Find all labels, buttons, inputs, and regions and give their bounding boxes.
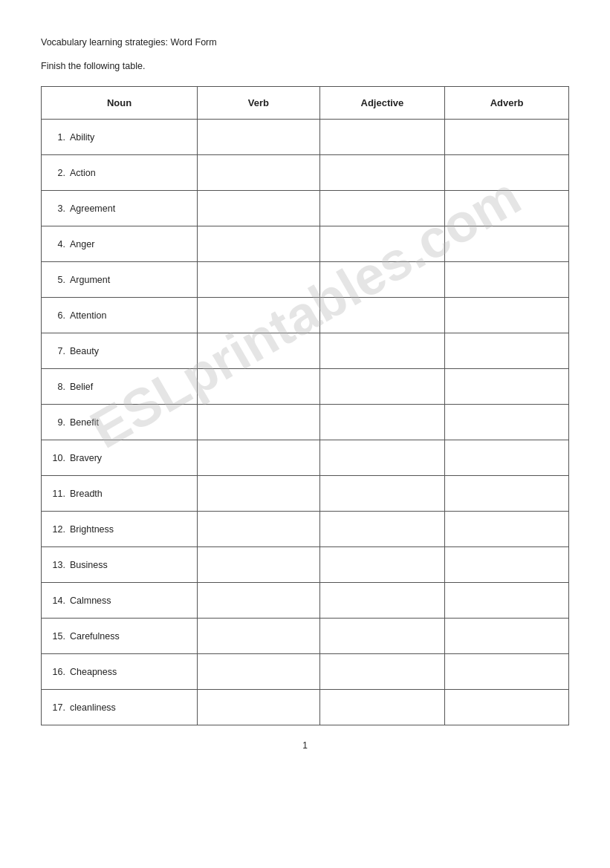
cell-adverb: [445, 440, 569, 476]
noun-value: Cheapness: [70, 667, 117, 677]
cell-adverb: [445, 191, 569, 226]
row-number: 10.: [49, 453, 65, 463]
table-row: 11.Breadth: [42, 476, 569, 512]
cell-adverb: [445, 369, 569, 405]
cell-adverb: [445, 405, 569, 440]
table-row: 4.Anger: [42, 226, 569, 262]
cell-adjective: [319, 690, 444, 725]
cell-noun: 11.Breadth: [42, 476, 198, 512]
cell-adverb: [445, 226, 569, 262]
cell-noun: 2.Action: [42, 155, 198, 191]
cell-noun: 3.Agreement: [42, 191, 198, 226]
table-row: 9.Benefit: [42, 405, 569, 440]
table-row: 5.Argument: [42, 262, 569, 298]
cell-adjective: [319, 298, 444, 333]
row-number: 14.: [49, 595, 65, 606]
cell-adverb: [445, 619, 569, 654]
cell-adjective: [319, 440, 444, 476]
cell-adjective: [319, 155, 444, 191]
noun-value: Attention: [70, 310, 106, 321]
table-row: 1.Ability: [42, 120, 569, 155]
table-row: 17.cleanliness: [42, 690, 569, 725]
noun-value: Agreement: [70, 203, 115, 214]
header-verb: Verb: [198, 87, 320, 120]
table-row: 14.Calmness: [42, 583, 569, 619]
noun-value: Calmness: [70, 595, 111, 606]
cell-noun: 10.Bravery: [42, 440, 198, 476]
page-title: Vocabulary learning strategies: Word For…: [41, 37, 569, 48]
table-row: 12.Brightness: [42, 512, 569, 547]
cell-verb: [198, 654, 320, 690]
cell-verb: [198, 120, 320, 155]
table-row: 15.Carefulness: [42, 619, 569, 654]
header-noun: Noun: [42, 87, 198, 120]
cell-adjective: [319, 512, 444, 547]
row-number: 11.: [49, 489, 65, 499]
cell-adverb: [445, 298, 569, 333]
table-row: 8.Belief: [42, 369, 569, 405]
row-number: 6.: [49, 310, 65, 321]
cell-noun: 13.Business: [42, 547, 198, 583]
row-number: 7.: [49, 346, 65, 356]
cell-adverb: [445, 547, 569, 583]
cell-noun: 12.Brightness: [42, 512, 198, 547]
row-number: 12.: [49, 524, 65, 535]
cell-noun: 17.cleanliness: [42, 690, 198, 725]
cell-adverb: [445, 120, 569, 155]
cell-adverb: [445, 262, 569, 298]
cell-adjective: [319, 619, 444, 654]
cell-verb: [198, 619, 320, 654]
table-row: 13.Business: [42, 547, 569, 583]
row-number: 15.: [49, 631, 65, 642]
cell-adjective: [319, 226, 444, 262]
cell-adverb: [445, 583, 569, 619]
noun-value: Carefulness: [70, 631, 120, 642]
header-adjective: Adjective: [319, 87, 444, 120]
cell-verb: [198, 226, 320, 262]
cell-adjective: [319, 547, 444, 583]
cell-adverb: [445, 155, 569, 191]
noun-value: Argument: [70, 275, 110, 285]
row-number: 5.: [49, 275, 65, 285]
instruction: Finish the following table.: [41, 61, 569, 71]
cell-noun: 16.Cheapness: [42, 654, 198, 690]
page-number: 1: [41, 740, 569, 751]
cell-adjective: [319, 369, 444, 405]
cell-adjective: [319, 120, 444, 155]
noun-value: Business: [70, 560, 108, 570]
row-number: 1.: [49, 132, 65, 143]
row-number: 2.: [49, 168, 65, 178]
cell-adjective: [319, 333, 444, 369]
cell-verb: [198, 262, 320, 298]
cell-adverb: [445, 654, 569, 690]
cell-noun: 8.Belief: [42, 369, 198, 405]
cell-adjective: [319, 262, 444, 298]
cell-verb: [198, 583, 320, 619]
word-form-table: Noun Verb Adjective Adverb 1.Ability2.Ac…: [41, 86, 569, 725]
cell-verb: [198, 547, 320, 583]
cell-noun: 15.Carefulness: [42, 619, 198, 654]
table-row: 2.Action: [42, 155, 569, 191]
cell-adverb: [445, 476, 569, 512]
cell-verb: [198, 298, 320, 333]
cell-noun: 6.Attention: [42, 298, 198, 333]
header-adverb: Adverb: [445, 87, 569, 120]
cell-verb: [198, 191, 320, 226]
cell-noun: 9.Benefit: [42, 405, 198, 440]
noun-value: Belief: [70, 382, 93, 392]
cell-adjective: [319, 583, 444, 619]
noun-value: Action: [70, 168, 96, 178]
cell-noun: 5.Argument: [42, 262, 198, 298]
noun-value: Bravery: [70, 453, 102, 463]
cell-verb: [198, 690, 320, 725]
cell-verb: [198, 440, 320, 476]
noun-value: Brightness: [70, 524, 114, 535]
cell-noun: 7.Beauty: [42, 333, 198, 369]
noun-value: cleanliness: [70, 702, 116, 713]
cell-adjective: [319, 405, 444, 440]
table-row: 6.Attention: [42, 298, 569, 333]
cell-adjective: [319, 654, 444, 690]
noun-value: Anger: [70, 239, 94, 249]
table-row: 16.Cheapness: [42, 654, 569, 690]
table-header-row: Noun Verb Adjective Adverb: [42, 87, 569, 120]
